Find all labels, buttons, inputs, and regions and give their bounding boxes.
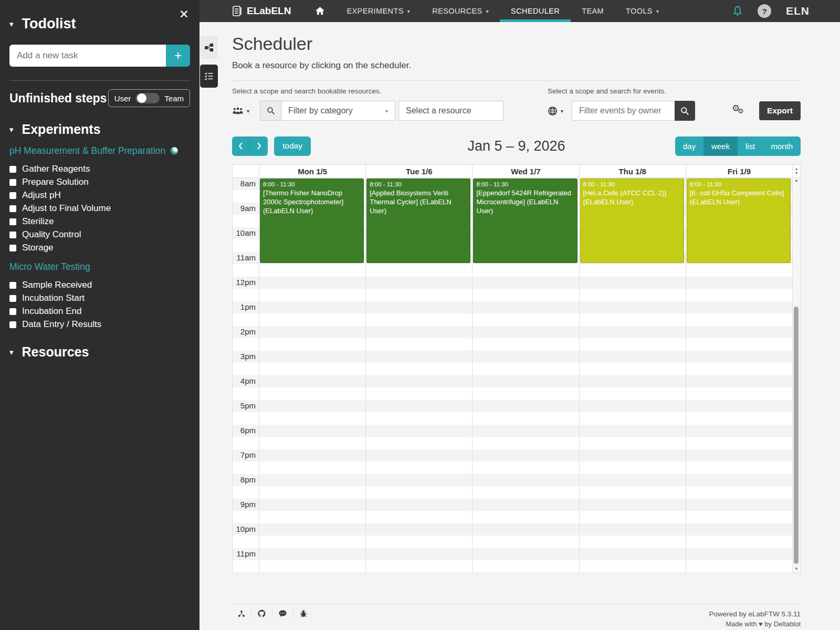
today-button[interactable]: today	[274, 136, 311, 156]
step-checkbox[interactable]	[9, 179, 16, 186]
calendar-event[interactable]: 8:00 - 11:30[Eppendorf 5424R Refrigerate…	[473, 178, 577, 263]
step-checkbox[interactable]	[9, 218, 16, 225]
event-scope-dropdown[interactable]: ▾	[548, 106, 563, 116]
view-day-button[interactable]: day	[675, 136, 704, 156]
user-team-toggle[interactable]: User Team	[108, 89, 190, 107]
step-row: Data Entry / Results	[9, 319, 190, 330]
scrollbar-thumb[interactable]	[794, 307, 799, 564]
nav-home[interactable]	[304, 0, 335, 22]
toggle-todolist-button[interactable]	[200, 65, 218, 88]
filter-owner-input[interactable]	[572, 101, 675, 121]
step-checkbox[interactable]	[9, 166, 16, 173]
scrollbar-buttons[interactable]: ▲▼	[792, 165, 800, 177]
hour-label: 8pm	[233, 474, 259, 499]
page-subtitle: Book a resource by clicking on the sched…	[232, 60, 801, 71]
prev-week-button[interactable]	[232, 136, 250, 156]
collapse-caret-icon[interactable]: ▾	[9, 125, 14, 134]
collapse-caret-icon[interactable]: ▾	[9, 19, 14, 29]
day-column[interactable]: 8:00 - 11:30[Thermo Fisher NanoDrop 2000…	[259, 178, 365, 573]
unfinished-steps-title: Unfinished steps	[9, 91, 107, 106]
github-icon[interactable]	[251, 609, 272, 618]
resource-scope-dropdown[interactable]: ▾	[232, 107, 249, 115]
toggle-track[interactable]	[135, 93, 160, 103]
nav-tools[interactable]: TOOLS ▾	[615, 0, 670, 22]
hour-label: 9pm	[233, 499, 259, 523]
notifications-bell-icon[interactable]	[732, 5, 743, 17]
experiment-link-label: Micro Water Testing	[9, 261, 90, 272]
powered-by-text[interactable]: Powered by eLabFTW 5.3.11	[709, 609, 801, 620]
nav-scheduler-label: SCHEDULER	[511, 7, 560, 15]
elabftw-logo-icon	[232, 5, 243, 17]
calendar-title: Jan 5 – 9, 2026	[467, 138, 565, 154]
step-checkbox[interactable]	[9, 232, 16, 238]
bug-icon[interactable]	[293, 610, 313, 618]
step-checkbox[interactable]	[9, 282, 16, 289]
day-column[interactable]: 8:00 - 11:30[E. coli DH5α Competent Cell…	[686, 178, 792, 573]
close-icon[interactable]: ✕	[179, 7, 189, 22]
nav-resources[interactable]: RESOURCES ▾	[421, 0, 500, 22]
step-checkbox[interactable]	[9, 192, 16, 199]
step-label: Sample Received	[22, 280, 92, 290]
day-header-wed: Wed 1/7	[472, 165, 579, 177]
nav-tools-label: TOOLS	[626, 7, 653, 15]
sitemap-footer-icon[interactable]	[232, 610, 251, 617]
step-checkbox[interactable]	[9, 321, 16, 328]
day-header-tue: Tue 1/6	[365, 165, 472, 177]
experiments-section-title: Experiments	[22, 122, 101, 137]
divider	[9, 80, 190, 81]
experiment-link[interactable]: pH Measurement & Buffer Preparation	[9, 145, 190, 156]
calendar-event[interactable]: 8:00 - 11:30[Applied Biosystems Veriti T…	[366, 178, 470, 263]
resources-section-title: Resources	[22, 344, 89, 360]
scroll-down-icon[interactable]: ▼	[794, 566, 799, 572]
step-label: Incubation End	[22, 306, 81, 317]
calendar-event[interactable]: 8:00 - 11:30[Thermo Fisher NanoDrop 2000…	[260, 178, 364, 263]
toggle-sidebar-button[interactable]	[200, 36, 218, 59]
nav-scheduler[interactable]: SCHEDULER	[500, 0, 571, 22]
step-checkbox[interactable]	[9, 205, 16, 212]
todolist-title: Todolist	[22, 16, 76, 32]
step-row: Adjust pH	[9, 190, 190, 201]
made-with-text[interactable]: Made with ♥ by Deltablot	[709, 620, 801, 629]
scroll-up-icon[interactable]: ▲	[794, 178, 799, 183]
view-list-button[interactable]: list	[738, 136, 763, 156]
hour-label: 6pm	[233, 425, 259, 449]
step-row: Incubation Start	[9, 293, 190, 303]
view-week-button[interactable]: week	[704, 136, 738, 156]
next-week-button[interactable]	[250, 136, 268, 156]
day-column[interactable]: 8:00 - 11:30[Eppendorf 5424R Refrigerate…	[472, 178, 579, 573]
experiment-link[interactable]: Micro Water Testing	[9, 261, 190, 272]
day-column[interactable]: 8:00 - 11:30[Applied Biosystems Veriti T…	[365, 178, 472, 573]
toggle-team-label: Team	[164, 94, 184, 103]
filter-category-select[interactable]: Filter by category ▾	[281, 101, 395, 121]
hour-label: 5pm	[233, 400, 259, 425]
step-row: Prepare Solution	[9, 177, 190, 187]
nav-experiments[interactable]: EXPERIMENTS ▾	[335, 0, 421, 22]
add-task-input[interactable]	[9, 45, 166, 67]
calendar-event[interactable]: 8:00 - 11:30[HeLa Cells (ATCC CCL-2)] (E…	[580, 178, 684, 263]
brand[interactable]: ELabELN	[232, 5, 291, 17]
step-checkbox[interactable]	[9, 245, 16, 251]
help-icon[interactable]: ?	[758, 4, 771, 18]
vertical-scrollbar[interactable]: ▲ ▼	[792, 178, 800, 573]
collapse-caret-icon[interactable]: ▾	[9, 348, 14, 357]
nav-team[interactable]: TEAM	[571, 0, 615, 22]
step-checkbox[interactable]	[9, 308, 16, 315]
step-label: Adjust pH	[22, 190, 61, 201]
nav-team-label: TEAM	[582, 7, 604, 15]
calendar-event[interactable]: 8:00 - 11:30[E. coli DH5α Competent Cell…	[687, 178, 791, 263]
add-task-button[interactable]: +	[166, 45, 190, 67]
select-resource-value: Select a resource	[406, 106, 471, 116]
day-header-fri: Fri 1/9	[686, 165, 792, 177]
day-column[interactable]: 8:00 - 11:30[HeLa Cells (ATCC CCL-2)] (E…	[579, 178, 686, 573]
view-month-button[interactable]: month	[763, 136, 801, 156]
scheduler-settings-gears-icon[interactable]: ⚙⚙	[732, 104, 748, 118]
filter-category-value: Filter by category	[288, 106, 353, 116]
select-resource-select[interactable]: Select a resource	[398, 101, 503, 121]
user-menu[interactable]: ELN	[786, 5, 810, 17]
toggle-knob	[137, 93, 146, 103]
event-title: [Eppendorf 5424R Refrigerated Microcentr…	[476, 189, 574, 216]
chat-bubble-icon[interactable]	[272, 609, 293, 618]
export-button[interactable]: Export	[759, 101, 801, 120]
search-events-button[interactable]	[675, 101, 695, 121]
step-checkbox[interactable]	[9, 295, 16, 302]
